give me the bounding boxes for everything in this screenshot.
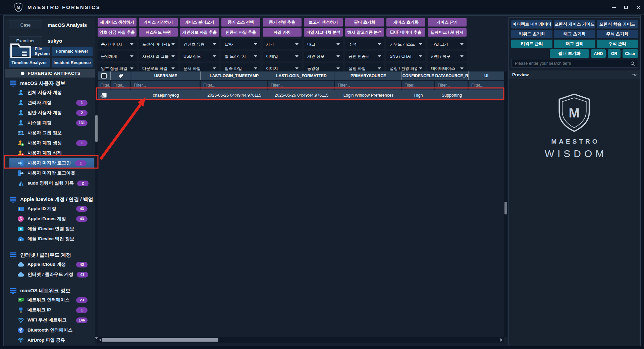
- tree-item[interactable]: 시스템 계정131: [9, 118, 95, 128]
- horizontal-scrollbar[interactable]: [98, 337, 504, 343]
- toolbar-button[interactable]: 새 케이스 생성하기: [98, 18, 137, 27]
- tree-item[interactable]: sudo 명령어 실행 기록2: [9, 178, 95, 188]
- filter-dropdown[interactable]: 주석: [345, 39, 384, 49]
- maximize-button[interactable]: [620, 0, 632, 15]
- filter-dropdown[interactable]: 컨텐츠 유형: [180, 39, 219, 49]
- panel-button[interactable]: 포렌식 학습 가이드: [597, 20, 638, 29]
- toolbar-button[interactable]: 증거 선별 추출: [263, 18, 302, 27]
- toolbar-button[interactable]: 케이스 불러오기: [180, 18, 219, 27]
- tree-item[interactable]: 사용자 계정 삭제: [9, 148, 95, 158]
- tree-item[interactable]: 애플 iDevice 연결 정보: [9, 224, 95, 234]
- toolbar-button[interactable]: EXIF 데이터 추출: [386, 28, 425, 37]
- toolbar-button[interactable]: 보고서 생성하기: [304, 18, 343, 27]
- table-row[interactable]: chaejunhyeog2025-05-26 04:49:44.97611520…: [98, 90, 504, 100]
- filter-dropdown[interactable]: 카빙 / 복구: [428, 51, 467, 61]
- tree-section-header[interactable]: 인터넷 / 클라우드 계정: [5, 251, 95, 259]
- panel-button[interactable]: 태그 초기화: [554, 30, 595, 38]
- close-button[interactable]: [632, 0, 644, 15]
- tree-item[interactable]: Apple iCloud 계정43: [9, 259, 95, 269]
- nav-button-forensic-viewer[interactable]: Forensic Viewer: [52, 47, 93, 56]
- tree-item[interactable]: Bluetooth 인터페이스: [9, 325, 95, 335]
- or-button[interactable]: OR: [608, 49, 621, 58]
- scroll-right-icon[interactable]: [500, 338, 503, 342]
- tree-item[interactable]: 사용자 계정 생성1: [9, 138, 95, 148]
- tree-section-header[interactable]: macOS 네트워크 정보: [5, 286, 95, 295]
- toolbar-button[interactable]: 필터 초기화: [345, 18, 384, 27]
- tree-item[interactable]: WiFi 무선 네트워크146: [9, 315, 95, 325]
- toolbar-button[interactable]: 케이스 저장하기: [139, 18, 178, 27]
- tree-item[interactable]: 사용자 그룹 정보: [9, 128, 95, 138]
- panel-button[interactable]: 키워드 초기화: [511, 30, 552, 38]
- column-header-ui[interactable]: UI: [469, 71, 504, 80]
- tree-item[interactable]: Apple ID 계정43: [9, 204, 95, 214]
- table-scroll-up-icon[interactable]: [100, 94, 104, 97]
- sidebar-scrollbar-thumb[interactable]: [95, 115, 98, 142]
- column-header-lastlogin_timestamp[interactable]: LASTLOGIN_TIMESTAMP: [201, 71, 268, 80]
- toolbar-button[interactable]: 케이스 초기화: [386, 18, 425, 27]
- filter-dropdown[interactable]: 사용자 및 그룹: [139, 51, 178, 61]
- toolbar-button[interactable]: 해시 알고리즘 분석: [345, 28, 384, 37]
- tree-section-header[interactable]: Apple iDevice 계정 / 연결 / 백업: [5, 195, 95, 204]
- toolbar-button[interactable]: 케이스 닫기: [428, 18, 467, 27]
- tree-item[interactable]: 인터넷 / 클라우드 계정43: [9, 269, 95, 280]
- toolbar-button[interactable]: 파일 카빙: [263, 28, 302, 37]
- select-all-header-cell[interactable]: [98, 71, 111, 80]
- column-header-username[interactable]: USERNAME: [131, 71, 201, 80]
- filter-dropdown[interactable]: 웹 브라우저: [221, 51, 260, 61]
- filter-dropdown[interactable]: 개인 정보: [304, 51, 343, 61]
- column-filter-input[interactable]: Filter...: [335, 81, 402, 90]
- tree-item[interactable]: 사용자 마지막 로그아웃: [9, 168, 95, 178]
- tree-item[interactable]: 관리자 계정1: [9, 98, 95, 108]
- toolbar-button[interactable]: 패스워드 복원: [139, 28, 178, 37]
- toolbar-button[interactable]: 증거 소스 선택: [221, 18, 260, 27]
- column-filter-input[interactable]: Filter...: [469, 81, 504, 90]
- vertical-scrollbar[interactable]: [504, 71, 507, 337]
- filter-dropdown[interactable]: 이메일: [263, 51, 302, 61]
- tree-section-header[interactable]: macOS 사용자 정보: [5, 79, 95, 88]
- minimize-button[interactable]: [608, 0, 620, 15]
- panel-button[interactable]: 키워드 관리: [511, 40, 552, 48]
- toolbar-button[interactable]: 딥페이크 / AI 탐지: [428, 28, 467, 37]
- panel-button[interactable]: 태그 관리: [554, 40, 595, 48]
- tree-item[interactable]: 전체 사용자 계정: [9, 88, 95, 98]
- toolbar-button[interactable]: 파일 시그니처 분석: [304, 28, 343, 37]
- toolbar-button[interactable]: 인증서 파일 추출: [221, 28, 260, 37]
- filter-reset-button[interactable]: 필터 초기화: [550, 49, 589, 58]
- panel-button[interactable]: 주석 초기화: [597, 30, 638, 38]
- column-header-lastlogin_formatted[interactable]: LASTLOGIN_FORMATTED: [268, 71, 335, 80]
- filter-dropdown[interactable]: 운영체제: [98, 51, 137, 61]
- column-filter-input[interactable]: Filter...: [435, 81, 469, 90]
- row-select-cell[interactable]: [98, 90, 111, 100]
- filter-dropdown[interactable]: 포렌식 아티팩트: [139, 39, 178, 49]
- column-filter-input[interactable]: Filter...: [201, 81, 268, 90]
- tag-column-header[interactable]: [111, 71, 131, 80]
- preview-options-icon[interactable]: [632, 72, 637, 78]
- panel-button[interactable]: 포렌식 케이스 가이드: [554, 20, 595, 29]
- filter-dropdown[interactable]: 키워드 리스트: [386, 39, 425, 49]
- clear-button[interactable]: Clear: [623, 49, 638, 58]
- filter-dropdown[interactable]: 증거 이미지: [98, 39, 137, 49]
- nav-button-incident-response[interactable]: Incident Response: [52, 58, 93, 67]
- filter-dropdown[interactable]: SNS / CHAT: [386, 51, 425, 61]
- horizontal-scrollbar-thumb[interactable]: [102, 338, 218, 342]
- filter-dropdown[interactable]: 태그: [304, 39, 343, 49]
- column-header-primarysource[interactable]: PRIMARYSOURCE: [335, 71, 402, 80]
- column-filter-input[interactable]: Filter...: [98, 81, 111, 90]
- toolbar-button[interactable]: 개인정보 파일 추출: [180, 28, 219, 37]
- search-input[interactable]: [512, 59, 638, 67]
- tree-item[interactable]: 네트워크 인터페이스23: [9, 295, 95, 305]
- filter-dropdown[interactable]: 공인 인증서: [345, 51, 384, 61]
- toolbar-button[interactable]: 암호 잠금 파일 추출: [98, 28, 137, 37]
- nav-button-timeline-analyzer[interactable]: Timeline Analyzer: [9, 58, 50, 67]
- filter-dropdown[interactable]: USB 정보: [180, 51, 219, 61]
- and-button[interactable]: AND: [591, 49, 606, 58]
- tree-item[interactable]: 사용자 마지막 로그인1: [9, 158, 94, 168]
- column-header-datasource_r[interactable]: DATASOURCE_R: [435, 71, 469, 80]
- column-filter-input[interactable]: Filter...: [111, 81, 131, 90]
- nav-button-file-system[interactable]: File System: [9, 47, 50, 56]
- filter-dropdown[interactable]: 시간: [263, 39, 302, 49]
- column-filter-input[interactable]: Filter...: [131, 81, 201, 90]
- scroll-left-icon[interactable]: [99, 338, 101, 342]
- column-filter-input[interactable]: Filter...: [402, 81, 435, 90]
- select-all-checkbox[interactable]: [101, 73, 107, 79]
